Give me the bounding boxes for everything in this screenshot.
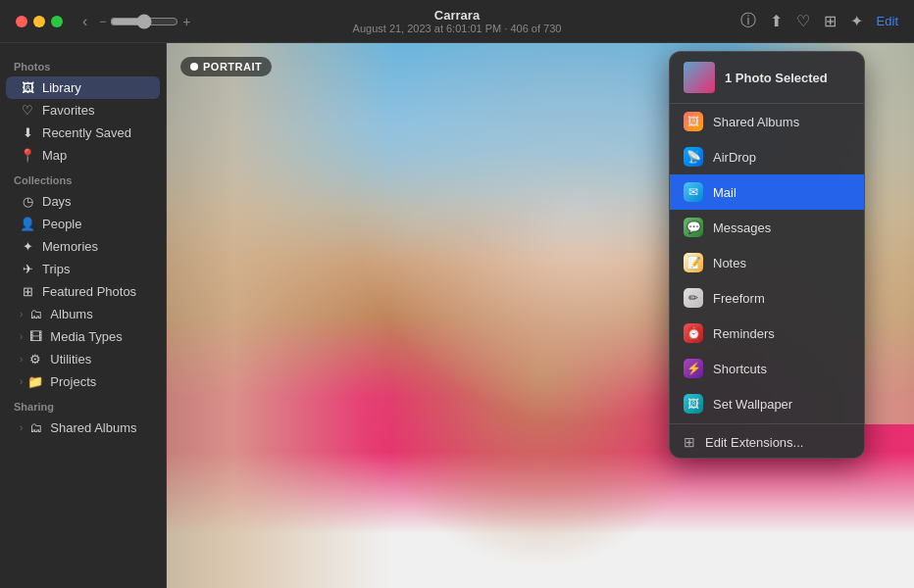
utilities-chevron-icon: › (20, 354, 23, 365)
mail-app-icon: ✉ (684, 182, 703, 202)
share-edit-extensions[interactable]: ⊞ Edit Extensions... (670, 426, 864, 458)
share-header: 1 Photo Selected (670, 52, 864, 104)
sidebar-item-projects[interactable]: › 📁 Projects (6, 370, 160, 393)
sidebar-item-label-days: Days (42, 194, 72, 209)
share-dropdown: 1 Photo Selected 🖼 Shared Albums 📡 AirDr… (669, 51, 865, 459)
portrait-dot (190, 63, 198, 71)
sidebar-item-favorites[interactable]: ♡ Favorites (6, 99, 160, 122)
share-item-messages[interactable]: 💬 Messages (670, 210, 864, 245)
rock-left-overlay (167, 43, 391, 588)
shortcuts-app-icon: ⚡ (684, 359, 703, 378)
share-item-shortcuts[interactable]: ⚡ Shortcuts (670, 351, 864, 386)
edit-button[interactable]: Edit (877, 14, 898, 28)
albums-icon: 🗂 (27, 307, 43, 321)
sidebar-item-map[interactable]: 📍 Map (6, 144, 160, 167)
sidebar-item-shared-albums[interactable]: › 🗂 Shared Albums (6, 416, 160, 439)
photo-title: Carrara (353, 8, 562, 23)
projects-chevron-icon: › (20, 376, 23, 387)
sidebar-item-trips[interactable]: ✈ Trips (6, 258, 160, 280)
share-item-reminders[interactable]: ⏰ Reminders (670, 316, 864, 351)
zoom-slider-input[interactable] (110, 14, 178, 29)
titlebar-center: Carrara August 21, 2023 at 6:01:01 PM · … (353, 8, 562, 34)
people-icon: 👤 (20, 217, 35, 231)
sidebar-item-days[interactable]: ◷ Days (6, 190, 160, 213)
edit-extensions-label: Edit Extensions... (705, 435, 803, 450)
share-item-airdrop[interactable]: 📡 AirDrop (670, 139, 864, 174)
sidebar-item-label-map: Map (42, 148, 67, 163)
wallpaper-app-icon: 🖼 (684, 394, 703, 414)
featured-icon: ⊞ (20, 284, 35, 299)
sidebar-item-media-types[interactable]: › 🎞 Media Types (6, 325, 160, 348)
share-item-notes[interactable]: 📝 Notes (670, 245, 864, 280)
sidebar-item-albums[interactable]: › 🗂 Albums (6, 303, 160, 325)
shortcuts-label: Shortcuts (713, 362, 767, 376)
sidebar-item-people[interactable]: 👤 People (6, 213, 160, 235)
messages-label: Messages (713, 220, 771, 235)
traffic-lights (16, 16, 63, 27)
sidebar-item-library[interactable]: 🖼 Library (6, 76, 160, 99)
main-content: Photos 🖼 Library ♡ Favorites ⬇ Recently … (0, 43, 914, 588)
share-selected-label: 1 Photo Selected (725, 71, 828, 85)
back-button[interactable]: ‹ (78, 9, 91, 34)
map-icon: 📍 (20, 148, 35, 163)
share-item-mail[interactable]: ✉ Mail (670, 174, 864, 210)
share-item-shared-albums[interactable]: 🖼 Shared Albums (670, 104, 864, 139)
zoom-minus-icon: − (99, 15, 106, 28)
info-icon[interactable]: ⓘ (740, 11, 756, 31)
collections-section-label: Collections (0, 167, 166, 190)
sidebar-item-utilities[interactable]: › ⚙ Utilities (6, 348, 160, 370)
photos-section-label: Photos (0, 53, 166, 76)
share-item-freeform[interactable]: ✏ Freeform (670, 280, 864, 316)
share-thumbnail (684, 62, 715, 93)
sharing-section-label: Sharing (0, 393, 166, 416)
photo-subtitle: August 21, 2023 at 6:01:01 PM · 406 of 7… (353, 23, 562, 34)
close-button[interactable] (16, 16, 27, 27)
share-item-wallpaper[interactable]: 🖼 Set Wallpaper (670, 386, 864, 421)
sidebar-item-label-library: Library (42, 80, 81, 95)
edit-extensions-icon: ⊞ (684, 434, 695, 450)
sidebar-item-memories[interactable]: ✦ Memories (6, 235, 160, 258)
favorites-icon: ♡ (20, 103, 35, 118)
shared-chevron-icon: › (20, 422, 23, 433)
sidebar-item-label-favorites: Favorites (42, 103, 94, 118)
maximize-button[interactable] (51, 16, 63, 27)
sidebar-item-label-people: People (42, 217, 81, 231)
freeform-app-icon: ✏ (684, 288, 703, 308)
zoom-plus-icon: + (182, 14, 190, 29)
messages-app-icon: 💬 (684, 218, 703, 237)
memories-icon: ✦ (20, 239, 35, 254)
sidebar-item-featured-photos[interactable]: ⊞ Featured Photos (6, 280, 160, 303)
recently-saved-icon: ⬇ (20, 125, 35, 140)
utilities-icon: ⚙ (27, 352, 43, 367)
share-icon[interactable]: ⬆ (770, 12, 783, 30)
titlebar-left: ‹ − + (16, 9, 191, 34)
days-icon: ◷ (20, 194, 35, 209)
projects-icon: 📁 (27, 374, 43, 389)
notes-label: Notes (713, 256, 746, 270)
magic-icon[interactable]: ✦ (850, 12, 863, 30)
sidebar-item-label-utilities: Utilities (50, 352, 91, 367)
portrait-badge: PORTRAIT (180, 57, 272, 76)
sidebar-item-label-memories: Memories (42, 239, 98, 254)
media-chevron-icon: › (20, 331, 23, 342)
crop-icon[interactable]: ⊞ (824, 12, 837, 30)
reminders-label: Reminders (713, 326, 775, 341)
portrait-label: PORTRAIT (203, 61, 262, 73)
shared-albums-icon: 🗂 (27, 420, 43, 435)
titlebar-right: ⓘ ⬆ ♡ ⊞ ✦ Edit (740, 11, 898, 31)
heart-icon[interactable]: ♡ (796, 12, 810, 30)
titlebar: ‹ − + Carrara August 21, 2023 at 6:01:01… (0, 0, 914, 43)
sidebar-item-label-recently-saved: Recently Saved (42, 125, 131, 140)
zoom-control: − + (99, 14, 190, 29)
reminders-app-icon: ⏰ (684, 323, 703, 343)
sidebar-item-label-featured: Featured Photos (42, 284, 136, 299)
library-icon: 🖼 (20, 80, 35, 95)
sidebar-item-recently-saved[interactable]: ⬇ Recently Saved (6, 122, 160, 144)
photo-area: PORTRAIT 1 Photo Selected 🖼 Shared Album… (167, 43, 914, 588)
trips-icon: ✈ (20, 262, 35, 276)
wallpaper-label: Set Wallpaper (713, 397, 792, 412)
share-divider (670, 423, 864, 424)
minimize-button[interactable] (33, 16, 45, 27)
sidebar-item-label-shared-albums: Shared Albums (50, 420, 136, 435)
albums-chevron-icon: › (20, 309, 23, 319)
